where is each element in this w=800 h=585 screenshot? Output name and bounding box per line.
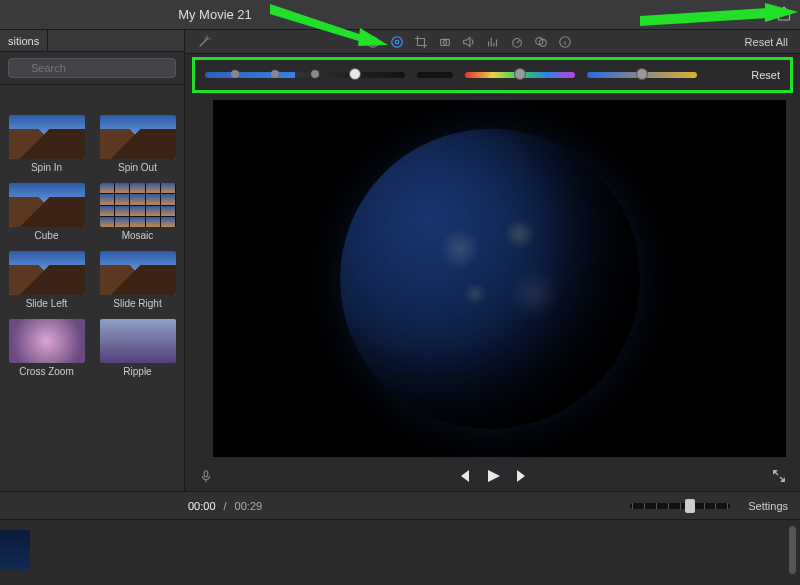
transitions-grid: Spin InSpin OutCubeMosaicSlide LeftSlide… xyxy=(0,85,184,383)
share-icon[interactable] xyxy=(776,6,792,22)
sidebar-tabs: sitions xyxy=(0,30,184,52)
reset-all-button[interactable]: Reset All xyxy=(745,36,788,48)
play-icon[interactable] xyxy=(485,468,501,484)
transition-thumb xyxy=(9,115,85,159)
transition-thumb xyxy=(9,251,85,295)
transition-label: Mosaic xyxy=(97,230,178,241)
stabilize-icon[interactable] xyxy=(438,35,452,49)
search-input[interactable] xyxy=(8,58,176,78)
timeline-header: 00:00 / 00:29 Settings xyxy=(0,492,800,520)
transition-item[interactable]: Mosaic xyxy=(97,183,178,241)
svg-point-3 xyxy=(392,36,403,47)
time-duration: 00:29 xyxy=(235,500,263,512)
color-wheel-icon[interactable] xyxy=(390,35,404,49)
auto-enhance-icon[interactable] xyxy=(366,35,380,49)
sidebar: sitions Spin InSpin OutCubeMosaicSlide L… xyxy=(0,30,185,491)
transition-thumb xyxy=(100,115,176,159)
temperature-slider[interactable] xyxy=(587,72,697,78)
reset-button[interactable]: Reset xyxy=(751,69,780,81)
magic-wand-icon[interactable] xyxy=(197,35,211,49)
transition-label: Cube xyxy=(6,230,87,241)
contrast-slider[interactable] xyxy=(417,72,453,78)
transition-label: Cross Zoom xyxy=(6,366,87,377)
info-icon[interactable] xyxy=(558,35,572,49)
transition-label: Slide Right xyxy=(97,298,178,309)
timeline-clip[interactable] xyxy=(0,530,30,570)
exposure-slider[interactable] xyxy=(205,72,405,78)
time-separator: / xyxy=(224,500,227,512)
sidebar-search xyxy=(0,52,184,85)
transition-label: Spin Out xyxy=(97,162,178,173)
main-area: sitions Spin InSpin OutCubeMosaicSlide L… xyxy=(0,30,800,492)
transition-item[interactable]: Cube xyxy=(6,183,87,241)
playback-row xyxy=(185,461,800,491)
transition-label: Ripple xyxy=(97,366,178,377)
tab-transitions[interactable]: sitions xyxy=(0,30,48,51)
title-bar: My Movie 21 xyxy=(0,0,800,30)
speed-icon[interactable] xyxy=(510,35,524,49)
equalizer-icon[interactable] xyxy=(486,35,500,49)
transition-thumb xyxy=(100,251,176,295)
transition-item[interactable]: Slide Right xyxy=(97,251,178,309)
transition-label: Slide Left xyxy=(6,298,87,309)
timeline-track[interactable] xyxy=(0,520,800,580)
svg-point-4 xyxy=(395,40,399,44)
crop-icon[interactable] xyxy=(414,35,428,49)
saturation-slider[interactable] xyxy=(465,72,575,78)
time-current: 00:00 xyxy=(188,500,216,512)
transition-thumb xyxy=(100,183,176,227)
preview-viewport[interactable] xyxy=(213,100,786,457)
zoom-slider[interactable] xyxy=(630,503,730,509)
preview-frame xyxy=(340,129,640,429)
fullscreen-icon[interactable] xyxy=(772,469,786,483)
transition-thumb xyxy=(9,183,85,227)
project-title: My Movie 21 xyxy=(0,7,800,22)
svg-point-6 xyxy=(443,40,447,44)
next-frame-icon[interactable] xyxy=(515,468,531,484)
inspector-toolbar: Reset All xyxy=(185,30,800,54)
volume-icon[interactable] xyxy=(462,35,476,49)
timeline-scrollbar[interactable] xyxy=(789,526,796,574)
transition-item[interactable]: Slide Left xyxy=(6,251,87,309)
prev-frame-icon[interactable] xyxy=(455,468,471,484)
filter-icon[interactable] xyxy=(534,35,548,49)
viewer-panel: Reset All Reset xyxy=(185,30,800,491)
transition-thumb xyxy=(9,319,85,363)
transition-item[interactable]: Spin Out xyxy=(97,115,178,173)
transition-item[interactable]: Cross Zoom xyxy=(6,319,87,377)
transition-item[interactable]: Ripple xyxy=(97,319,178,377)
transition-item[interactable]: Spin In xyxy=(6,115,87,173)
transition-label: Spin In xyxy=(6,162,87,173)
color-adjust-row: Reset xyxy=(195,60,790,90)
transition-thumb xyxy=(100,319,176,363)
settings-button[interactable]: Settings xyxy=(748,500,788,512)
